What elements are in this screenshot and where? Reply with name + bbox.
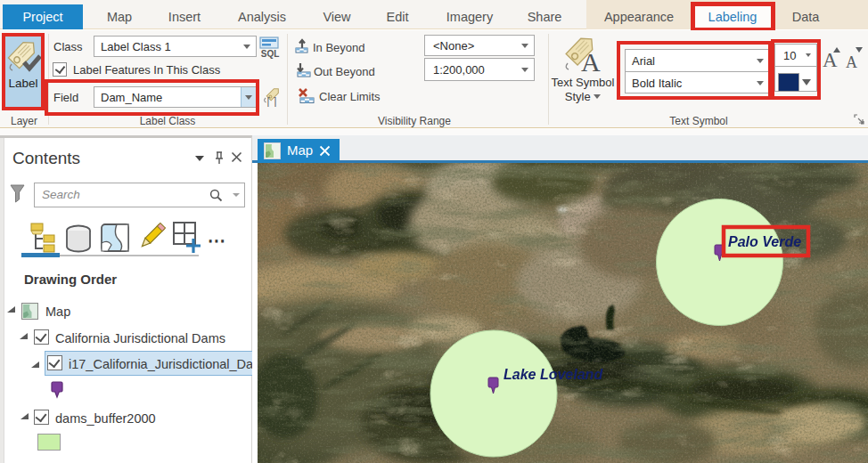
svg-text:Palo Verde: Palo Verde — [728, 234, 801, 249]
svg-text:]: ] — [274, 95, 276, 108]
svg-text:Lake Loveland: Lake Loveland — [504, 367, 603, 382]
svg-text:A: A — [581, 47, 601, 74]
